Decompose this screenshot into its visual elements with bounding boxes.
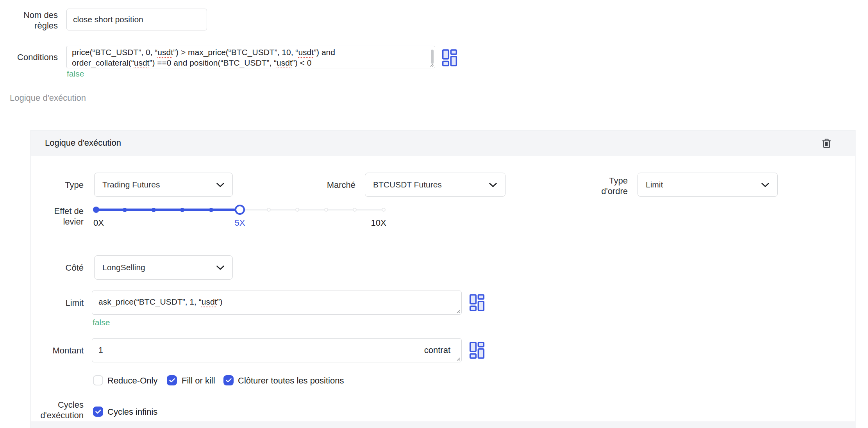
resize-handle-icon[interactable] (455, 355, 461, 361)
limit-result: false (93, 318, 110, 327)
slider-step-dot (123, 208, 127, 212)
misspelled-token: usdt (277, 58, 292, 67)
code-segment: ”) (217, 297, 222, 306)
resize-handle-icon[interactable] (428, 61, 434, 67)
limit-input[interactable]: ask_price(“BTC_USDT”, 1, “usdt”) (92, 291, 462, 315)
side-label: Côté (39, 262, 84, 273)
conditions-line-2: order_collateral(“usdt”) ==0 and positio… (72, 57, 430, 68)
slider-step-dot (209, 208, 213, 212)
chevron-down-icon (216, 265, 225, 270)
code-segment: price(“BTC_USDT”, 0, “ (72, 48, 157, 57)
card-header: Logique d'exécution (31, 130, 855, 156)
conditions-line-1: price(“BTC_USDT”, 0, “usdt”) > max_price… (72, 47, 430, 57)
order-type-select-value: Limit (646, 180, 663, 189)
trash-icon[interactable] (821, 137, 832, 149)
type-select[interactable]: Trading Futures (94, 173, 233, 197)
conditions-label: Conditions (11, 52, 58, 62)
next-section-header (31, 421, 855, 428)
reduce-only-checkbox[interactable] (93, 375, 103, 385)
slider-handle[interactable] (235, 205, 245, 215)
conditions-input[interactable]: price(“BTC_USDT”, 0, “usdt”) > max_price… (66, 46, 435, 68)
limit-label: Limit (39, 298, 84, 308)
execution-logic-card: Logique d'exécution Type Trading Futures… (30, 130, 855, 428)
rule-name-input[interactable] (66, 9, 207, 30)
code-segment: ”) < 0 (292, 58, 312, 67)
card-title: Logique d'exécution (45, 138, 121, 148)
order-type-label: Type d'ordre (586, 175, 628, 196)
fill-or-kill-checkbox[interactable] (167, 375, 177, 385)
amount-value: 1 (98, 344, 103, 355)
amount-suffix: contrat (424, 345, 450, 355)
market-select[interactable]: BTCUSDT Futures (365, 173, 505, 197)
side-select[interactable]: LongSelling (94, 255, 233, 280)
amount-input[interactable]: 1 contrat (92, 338, 462, 362)
slider-step-dot (324, 208, 328, 212)
reduce-only-label: Reduce-Only (107, 376, 157, 386)
chevron-down-icon (761, 182, 770, 187)
leverage-min-tick: 0X (93, 218, 104, 228)
type-label: Type (39, 180, 84, 190)
chevron-down-icon (216, 182, 225, 187)
slider-step-dot (353, 208, 357, 212)
expression-builder-icon[interactable] (469, 341, 485, 359)
code-segment: ”) > max_price(“BTC_USDT”, 10, “ (173, 48, 298, 57)
resize-handle-icon[interactable] (455, 308, 461, 314)
rule-name-label: Nom des règles (11, 10, 58, 31)
code-segment: ”) and (314, 48, 335, 57)
slider-step-dot (382, 208, 386, 212)
chevron-down-icon (489, 182, 497, 187)
misspelled-token: usdt (202, 297, 217, 306)
market-label: Marché (316, 180, 355, 190)
slider-step-dot (93, 207, 99, 213)
conditions-result: false (67, 69, 84, 78)
section-divider (10, 113, 868, 113)
leverage-slider[interactable] (96, 205, 384, 216)
misspelled-token: usdt (157, 48, 173, 57)
expression-builder-icon[interactable] (469, 294, 485, 312)
infinite-cycles-label: Cycles infinis (107, 407, 157, 417)
code-segment: order_collateral(“ (72, 58, 134, 67)
close-all-positions-label: Clôturer toutes les positions (238, 376, 344, 386)
leverage-max-tick: 10X (367, 218, 390, 228)
rule-editor-page: Nom des règles Conditions price(“BTC_USD… (0, 0, 868, 428)
close-all-positions-checkbox[interactable] (223, 375, 234, 385)
code-segment: ask_price(“BTC_USDT”, 1, “ (98, 297, 202, 306)
leverage-label: Effet de levier (39, 206, 84, 227)
code-segment: ”) ==0 and position(“BTC_USDT”, “ (149, 58, 277, 67)
expression-builder-icon[interactable] (442, 49, 457, 67)
slider-fill (96, 209, 240, 211)
fill-or-kill-label: Fill or kill (182, 376, 215, 386)
amount-label: Montant (39, 345, 84, 356)
leverage-current-tick: 5X (228, 218, 252, 228)
slider-step-dot (152, 208, 156, 212)
side-select-value: LongSelling (102, 263, 145, 272)
misspelled-token: usdt (134, 58, 150, 67)
slider-step-dot (180, 208, 184, 212)
slider-step-dot (295, 208, 299, 212)
infinite-cycles-checkbox[interactable] (93, 407, 103, 417)
type-select-value: Trading Futures (102, 180, 160, 189)
market-select-value: BTCUSDT Futures (373, 180, 442, 189)
slider-step-dot (267, 208, 271, 212)
section-heading: Logique d'exécution (10, 93, 86, 103)
order-type-select[interactable]: Limit (638, 173, 778, 197)
misspelled-token: usdt (298, 48, 314, 57)
cycles-label: Cycles d'exécution (31, 399, 84, 421)
